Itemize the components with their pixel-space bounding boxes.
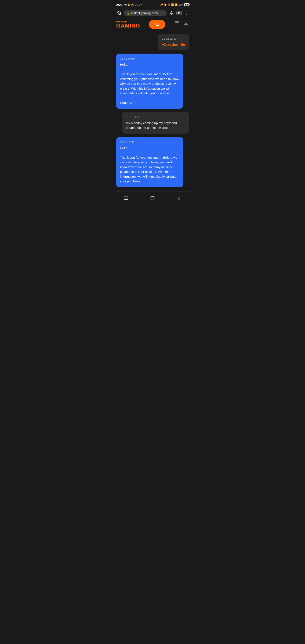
status-icons-left: 📷 🖐 UE UE ⊙ • [124,4,142,6]
lock-icon: 🔒 [127,12,130,14]
msg1-time: 31-12 22:59 [162,37,185,40]
svg-point-4 [186,13,187,13]
msg4-time: 01-01 02:11 [120,140,180,144]
message-agent-2: 01-01 02:11 Hello,Thank you for your doc… [116,137,183,187]
user-button[interactable] [183,21,189,28]
menu-button[interactable] [184,10,190,16]
address-bar-container: 🔒 instant-gaming.com/ 19 [113,8,192,18]
url-text: instant-gaming.com/ [131,12,158,15]
address-bar[interactable]: 🔒 instant-gaming.com/ [124,10,167,16]
status-key-icon: 🔑 ⏰ 🔕 📶 📶 [160,4,178,6]
bottom-nav [113,192,192,205]
microphone-button[interactable] [168,10,174,16]
svg-point-9 [185,22,187,24]
svg-point-5 [186,14,187,14]
msg3-body: My birthday coming up my boyfriend bough… [126,121,185,130]
tabs-count[interactable]: 19 [176,11,182,15]
bottom-nav-home[interactable] [148,195,157,202]
svg-line-7 [158,25,159,26]
message-support-file: 31-12 22:59 +1 added file [158,34,189,50]
svg-rect-0 [171,12,172,14]
battery-percent: 10% [178,4,183,6]
message-user-1: 01-01 02:09 My birthday coming up my boy… [122,112,189,134]
svg-point-3 [186,12,187,12]
msg3-time: 01-01 02:09 [126,116,185,119]
svg-rect-13 [151,196,154,200]
message-agent-1: 01-01 00:10 Hello,Thank you for your doc… [116,54,183,109]
chat-area: 31-12 22:59 +1 added file 01-01 00:10 He… [113,31,192,190]
msg2-time: 01-01 00:10 [120,57,180,60]
site-header: INSTANT GAMING [113,18,192,31]
status-time: 2:26 [116,3,123,6]
msg1-file-label: +1 added file [162,42,185,47]
battery-icon: ⚡ [184,4,189,6]
bottom-nav-menu[interactable] [122,195,130,202]
msg4-body: Hello,Thank you for your document. Befor… [120,146,180,184]
search-button[interactable] [149,20,166,29]
status-bar: 2:26 📷 🖐 UE UE ⊙ • 🔑 ⏰ 🔕 📶 📶 10% ⚡ [113,0,192,8]
msg2-body: Hello,Thank you for your document. Befor… [120,62,180,105]
home-button[interactable] [116,10,122,16]
cart-button[interactable] [174,21,180,28]
logo-gaming: GAMING [116,23,140,28]
logo[interactable]: INSTANT GAMING [116,20,140,28]
bottom-nav-back[interactable] [175,195,183,202]
